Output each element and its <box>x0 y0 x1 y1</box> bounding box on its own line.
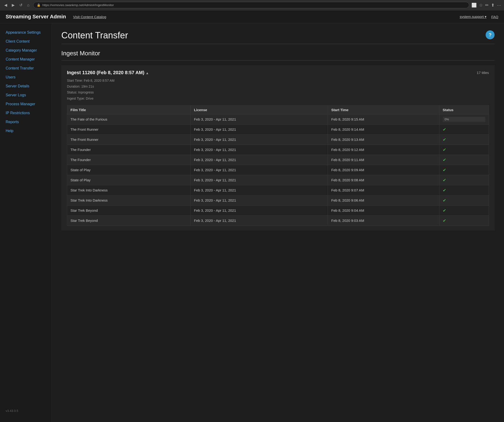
browser-actions: ⬜ ☆ ✏ ⬆ ⋯ <box>471 3 501 8</box>
visit-catalog-link[interactable]: Visit Content Catalog <box>73 15 106 19</box>
ingest-header: Ingest 11260 (Feb 8, 2020 8:57 AM) ▲ 17 … <box>67 70 489 75</box>
status-cell: ✔ <box>439 205 489 216</box>
film-title-cell: The Front Runner <box>67 124 191 135</box>
license-cell: Feb 3, 2020 - Apr 11, 2021 <box>191 216 328 226</box>
user-menu[interactable]: system.support ▾ <box>460 15 486 19</box>
start-time-cell: Feb 8, 2020 9:06 AM <box>328 195 439 205</box>
sidebar-item-client-content[interactable]: Client Content <box>0 37 52 46</box>
start-time-cell: Feb 8, 2020 9:13 AM <box>328 135 439 145</box>
section-divider <box>61 60 495 60</box>
faq-link[interactable]: FAQ <box>491 15 498 19</box>
ingest-type: Ingest Type: Drive <box>67 96 489 101</box>
bookmark-icon[interactable]: ☆ <box>479 3 483 8</box>
col-start-time: Start Time <box>328 105 439 114</box>
address-bar[interactable]: 🔒 https://vvmovies.swankmp.net/Admin#/In… <box>33 2 469 8</box>
checkmark-icon: ✔ <box>443 137 446 142</box>
license-cell: Feb 3, 2020 - Apr 11, 2021 <box>191 165 328 175</box>
ingest-start-time: Start Time: Feb 8, 2020 8:57 AM <box>67 78 489 84</box>
sidebar-item-ip-restrictions[interactable]: IP Restrictions <box>0 109 52 117</box>
share-icon[interactable]: ⬆ <box>491 3 495 8</box>
license-cell: Feb 3, 2020 - Apr 11, 2021 <box>191 205 328 216</box>
table-row: Star Trek BeyondFeb 3, 2020 - Apr 11, 20… <box>67 216 489 226</box>
sidebar-item-server-logs[interactable]: Server Logs <box>0 91 52 100</box>
sidebar-item-appearance[interactable]: Appearance Settings <box>0 28 52 37</box>
checkmark-icon: ✔ <box>443 178 446 182</box>
lock-icon: 🔒 <box>37 3 41 7</box>
section-title: Ingest Monitor <box>61 50 495 57</box>
menu-icon[interactable]: ⋯ <box>497 3 501 8</box>
sidebar-item-content-transfer[interactable]: Content Transfer <box>0 64 52 73</box>
film-title-cell: Star Trek Beyond <box>67 205 191 216</box>
sidebar-item-content-manager[interactable]: Content Manager <box>0 55 52 64</box>
pen-icon[interactable]: ✏ <box>485 3 489 8</box>
checkmark-icon: ✔ <box>443 127 446 132</box>
table-row: Star Trek Into DarknessFeb 3, 2020 - Apr… <box>67 195 489 205</box>
ingest-duration: Duration: 19m 21s <box>67 84 489 89</box>
home-button[interactable]: ⌂ <box>26 3 31 8</box>
sidebar-item-reports[interactable]: Reports <box>0 117 52 126</box>
start-time-cell: Feb 8, 2020 9:14 AM <box>328 124 439 135</box>
ingest-meta: Start Time: Feb 8, 2020 8:57 AM Duration… <box>67 78 489 101</box>
back-button[interactable]: ◀ <box>3 2 8 8</box>
status-cell: ✔ <box>439 135 489 145</box>
start-time-cell: Feb 8, 2020 9:09 AM <box>328 165 439 175</box>
progress-text: 0% <box>444 117 449 121</box>
table-row: The Fate of the FuriousFeb 3, 2020 - Apr… <box>67 114 489 124</box>
start-time-cell: Feb 8, 2020 9:04 AM <box>328 205 439 216</box>
table-row: Star Trek BeyondFeb 3, 2020 - Apr 11, 20… <box>67 205 489 216</box>
browser-controls: ◀ ▶ ↺ ⌂ <box>3 2 31 8</box>
ingest-card: Ingest 11260 (Feb 8, 2020 8:57 AM) ▲ 17 … <box>61 65 495 231</box>
status-cell: ✔ <box>439 145 489 155</box>
film-title-cell: The Founder <box>67 155 191 165</box>
top-nav-right: system.support ▾ FAQ <box>460 15 498 19</box>
reload-button[interactable]: ↺ <box>18 2 24 8</box>
status-cell: ✔ <box>439 175 489 185</box>
main-body: Appearance Settings Client Content Categ… <box>0 23 504 422</box>
sidebar: Appearance Settings Client Content Categ… <box>0 23 52 422</box>
page-header: Content Transfer ? <box>61 30 495 41</box>
film-title-cell: The Founder <box>67 145 191 155</box>
status-cell: ✔ <box>439 185 489 195</box>
status-cell: ✔ <box>439 165 489 175</box>
start-time-cell: Feb 8, 2020 9:15 AM <box>328 114 439 124</box>
sidebar-item-process-manager[interactable]: Process Manager <box>0 100 52 109</box>
checkmark-icon: ✔ <box>443 168 446 172</box>
forward-button[interactable]: ▶ <box>10 2 16 8</box>
license-cell: Feb 3, 2020 - Apr 11, 2021 <box>191 114 328 124</box>
license-cell: Feb 3, 2020 - Apr 11, 2021 <box>191 124 328 135</box>
table-row: The FounderFeb 3, 2020 - Apr 11, 2021Feb… <box>67 155 489 165</box>
film-title-cell: The Fate of the Furious <box>67 114 191 124</box>
checkmark-icon: ✔ <box>443 188 446 193</box>
checkmark-icon: ✔ <box>443 147 446 152</box>
page-title-divider <box>61 44 495 44</box>
film-title-cell: Star Trek Into Darkness <box>67 195 191 205</box>
page-title: Content Transfer <box>61 30 128 41</box>
col-status: Status <box>439 105 489 114</box>
ingest-table: Film Title License Start Time Status The… <box>67 105 489 226</box>
status-cell: ✔ <box>439 216 489 226</box>
help-button[interactable]: ? <box>486 30 495 39</box>
table-row: State of PlayFeb 3, 2020 - Apr 11, 2021F… <box>67 175 489 185</box>
status-cell: 0% <box>439 114 489 124</box>
url-text: https://vvmovies.swankmp.net/Admin#/Inge… <box>42 3 114 7</box>
ingest-collapse-arrow[interactable]: ▲ <box>146 71 149 75</box>
status-cell: ✔ <box>439 195 489 205</box>
license-cell: Feb 3, 2020 - Apr 11, 2021 <box>191 135 328 145</box>
film-title-cell: State of Play <box>67 175 191 185</box>
sidebar-item-help[interactable]: Help <box>0 126 52 135</box>
sidebar-item-users[interactable]: Users <box>0 73 52 82</box>
table-row: State of PlayFeb 3, 2020 - Apr 11, 2021F… <box>67 165 489 175</box>
ingest-title[interactable]: Ingest 11260 (Feb 8, 2020 8:57 AM) ▲ <box>67 70 149 75</box>
tab-icon[interactable]: ⬜ <box>471 3 477 8</box>
table-row: Star Trek Into DarknessFeb 3, 2020 - Apr… <box>67 185 489 195</box>
film-title-cell: State of Play <box>67 165 191 175</box>
progress-bar: 0% <box>443 117 485 122</box>
table-row: The Front RunnerFeb 3, 2020 - Apr 11, 20… <box>67 124 489 135</box>
app-title: Streaming Server Admin <box>6 14 66 20</box>
film-title-cell: The Front Runner <box>67 135 191 145</box>
sidebar-item-server-details[interactable]: Server Details <box>0 82 52 91</box>
checkmark-icon: ✔ <box>443 198 446 203</box>
table-row: The Front RunnerFeb 3, 2020 - Apr 11, 20… <box>67 135 489 145</box>
browser-chrome: ◀ ▶ ↺ ⌂ 🔒 https://vvmovies.swankmp.net/A… <box>0 0 504 10</box>
sidebar-item-category-manager[interactable]: Category Manager <box>0 46 52 55</box>
